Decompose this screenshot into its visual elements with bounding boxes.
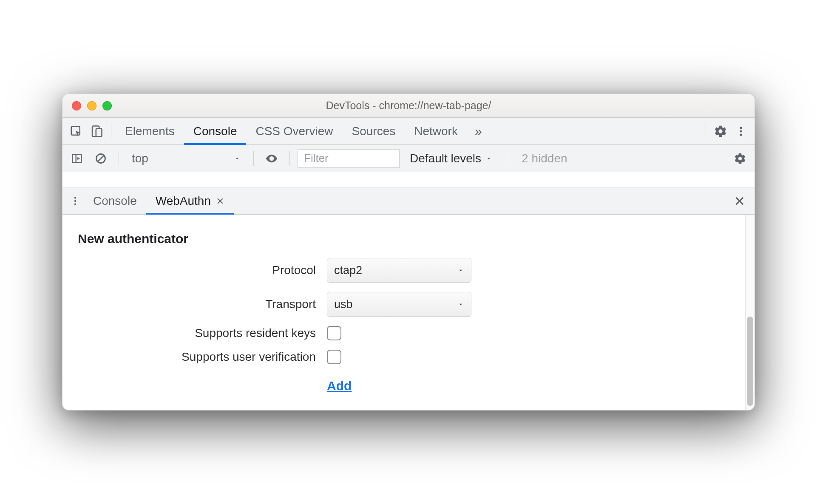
main-tabbar: Elements Console CSS Overview Sources Ne…: [62, 118, 755, 145]
resident-keys-checkbox[interactable]: [327, 326, 341, 340]
console-settings-icon[interactable]: [730, 148, 750, 169]
chevron-down-icon: [234, 155, 241, 162]
tab-label: Elements: [125, 125, 175, 138]
drawer-tab-webauthn[interactable]: WebAuthn: [146, 187, 234, 214]
inspect-element-icon[interactable]: [66, 121, 86, 142]
tab-elements[interactable]: Elements: [116, 118, 184, 144]
separator: [706, 124, 706, 139]
svg-point-4: [740, 130, 742, 132]
drawer-tab-console[interactable]: Console: [84, 187, 146, 214]
tab-label: Console: [193, 125, 237, 138]
protocol-select[interactable]: ctap2: [327, 258, 471, 283]
svg-point-3: [740, 127, 742, 129]
window-title: DevTools - chrome://new-tab-page/: [62, 99, 755, 112]
tab-label: CSS Overview: [255, 125, 333, 138]
svg-point-11: [74, 197, 76, 198]
separator: [119, 151, 119, 166]
row-user-verification: Supports user verification: [76, 350, 732, 364]
device-toolbar-icon[interactable]: [86, 121, 107, 142]
select-value: usb: [334, 298, 353, 311]
execution-context-select[interactable]: top: [127, 150, 246, 167]
separator: [111, 124, 111, 139]
scroll-thumb[interactable]: [747, 317, 753, 406]
row-protocol: Protocol ctap2: [76, 258, 732, 283]
titlebar: DevTools - chrome://new-tab-page/: [62, 94, 755, 118]
svg-rect-2: [96, 128, 102, 136]
levels-label: Default levels: [410, 152, 481, 165]
select-value: ctap2: [334, 264, 362, 277]
main-tabs: Elements Console CSS Overview Sources Ne…: [116, 118, 467, 144]
section-heading: New authenticator: [78, 232, 732, 246]
log-levels-select[interactable]: Default levels: [403, 152, 499, 165]
tab-network[interactable]: Network: [405, 118, 467, 144]
label-user-verification: Supports user verification: [76, 350, 327, 364]
toggle-sidebar-icon[interactable]: [67, 148, 87, 169]
live-expression-icon[interactable]: [261, 148, 282, 169]
svg-rect-6: [73, 154, 82, 162]
user-verification-checkbox[interactable]: [327, 350, 341, 364]
drawer-menu-icon[interactable]: [67, 195, 84, 207]
hidden-messages-label: 2 hidden: [515, 152, 574, 165]
drawer-tab-label: WebAuthn: [156, 194, 211, 208]
row-transport: Transport usb: [76, 292, 732, 317]
add-button[interactable]: Add: [327, 379, 352, 393]
separator: [253, 151, 254, 166]
more-tabs-button[interactable]: »: [467, 124, 488, 139]
drawer-content: New authenticator Protocol ctap2 Transpo…: [62, 215, 755, 410]
scrollbar[interactable]: [745, 215, 755, 410]
settings-icon[interactable]: [710, 121, 731, 142]
drawer-tab-label: Console: [93, 194, 137, 208]
drawer-tabbar: Console WebAuthn: [62, 187, 755, 215]
kebab-menu-icon[interactable]: [731, 121, 751, 142]
row-add: Add: [76, 379, 732, 393]
clear-console-icon[interactable]: [91, 148, 111, 169]
console-toolbar: top Default levels 2 hidden: [62, 145, 755, 172]
chevron-down-icon: [457, 267, 464, 274]
svg-marker-8: [77, 157, 80, 160]
chevron-down-icon: [485, 155, 492, 162]
tab-label: Network: [414, 125, 458, 138]
svg-point-13: [74, 203, 76, 205]
chevron-down-icon: [457, 301, 464, 308]
svg-point-5: [740, 133, 742, 136]
separator: [507, 151, 507, 166]
transport-select[interactable]: usb: [327, 292, 471, 317]
tab-console[interactable]: Console: [184, 118, 247, 144]
label-transport: Transport: [76, 297, 327, 311]
tab-label: Sources: [352, 125, 396, 138]
close-drawer-icon[interactable]: [729, 195, 750, 207]
devtools-window: DevTools - chrome://new-tab-page/ Elemen…: [62, 93, 755, 411]
svg-line-10: [98, 156, 104, 161]
row-resident-keys: Supports resident keys: [76, 326, 732, 340]
filter-input[interactable]: [298, 149, 400, 168]
label-resident-keys: Supports resident keys: [76, 326, 327, 340]
close-tab-icon[interactable]: [216, 197, 224, 205]
console-output-area: [62, 172, 755, 187]
separator: [289, 151, 290, 166]
tab-css-overview[interactable]: CSS Overview: [246, 118, 342, 144]
tab-sources[interactable]: Sources: [343, 118, 405, 144]
context-value: top: [132, 152, 148, 165]
label-protocol: Protocol: [76, 263, 327, 277]
svg-point-12: [74, 200, 76, 201]
